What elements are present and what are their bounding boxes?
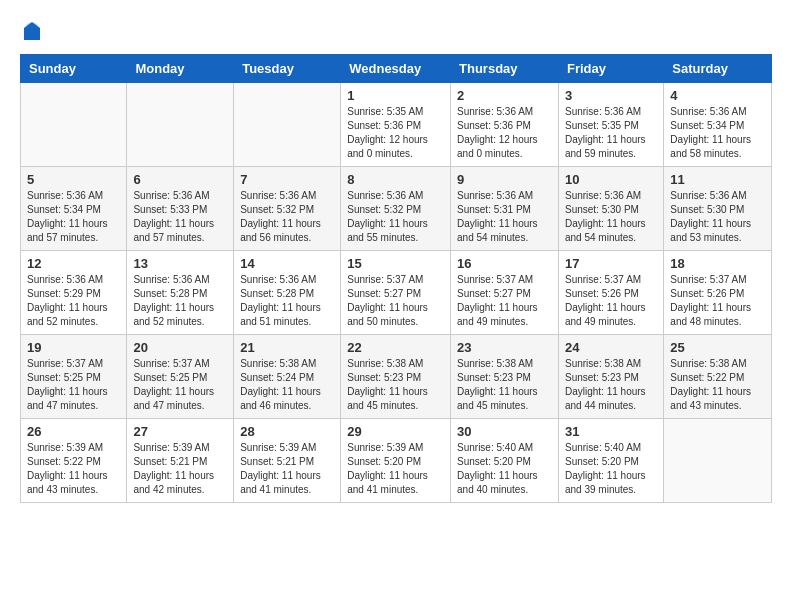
calendar-cell: 18Sunrise: 5:37 AM Sunset: 5:26 PM Dayli… (664, 251, 772, 335)
calendar-cell: 25Sunrise: 5:38 AM Sunset: 5:22 PM Dayli… (664, 335, 772, 419)
day-info: Sunrise: 5:36 AM Sunset: 5:28 PM Dayligh… (133, 273, 227, 329)
calendar-cell: 6Sunrise: 5:36 AM Sunset: 5:33 PM Daylig… (127, 167, 234, 251)
calendar-cell: 31Sunrise: 5:40 AM Sunset: 5:20 PM Dayli… (558, 419, 663, 503)
day-info: Sunrise: 5:38 AM Sunset: 5:23 PM Dayligh… (565, 357, 657, 413)
day-info: Sunrise: 5:37 AM Sunset: 5:25 PM Dayligh… (133, 357, 227, 413)
day-number: 28 (240, 424, 334, 439)
calendar-week-row: 1Sunrise: 5:35 AM Sunset: 5:36 PM Daylig… (21, 83, 772, 167)
day-info: Sunrise: 5:36 AM Sunset: 5:32 PM Dayligh… (347, 189, 444, 245)
day-number: 6 (133, 172, 227, 187)
day-number: 10 (565, 172, 657, 187)
weekday-header-wednesday: Wednesday (341, 55, 451, 83)
day-number: 27 (133, 424, 227, 439)
calendar-cell: 12Sunrise: 5:36 AM Sunset: 5:29 PM Dayli… (21, 251, 127, 335)
day-number: 26 (27, 424, 120, 439)
day-number: 8 (347, 172, 444, 187)
day-number: 4 (670, 88, 765, 103)
day-info: Sunrise: 5:37 AM Sunset: 5:27 PM Dayligh… (457, 273, 552, 329)
calendar-cell: 10Sunrise: 5:36 AM Sunset: 5:30 PM Dayli… (558, 167, 663, 251)
day-info: Sunrise: 5:37 AM Sunset: 5:26 PM Dayligh… (565, 273, 657, 329)
day-info: Sunrise: 5:37 AM Sunset: 5:27 PM Dayligh… (347, 273, 444, 329)
day-info: Sunrise: 5:37 AM Sunset: 5:25 PM Dayligh… (27, 357, 120, 413)
weekday-header-thursday: Thursday (451, 55, 559, 83)
day-info: Sunrise: 5:38 AM Sunset: 5:22 PM Dayligh… (670, 357, 765, 413)
calendar-cell: 17Sunrise: 5:37 AM Sunset: 5:26 PM Dayli… (558, 251, 663, 335)
day-info: Sunrise: 5:36 AM Sunset: 5:28 PM Dayligh… (240, 273, 334, 329)
calendar-cell: 20Sunrise: 5:37 AM Sunset: 5:25 PM Dayli… (127, 335, 234, 419)
day-number: 5 (27, 172, 120, 187)
page-header (20, 20, 772, 44)
day-info: Sunrise: 5:38 AM Sunset: 5:23 PM Dayligh… (347, 357, 444, 413)
calendar-cell: 26Sunrise: 5:39 AM Sunset: 5:22 PM Dayli… (21, 419, 127, 503)
day-info: Sunrise: 5:39 AM Sunset: 5:21 PM Dayligh… (133, 441, 227, 497)
day-info: Sunrise: 5:37 AM Sunset: 5:26 PM Dayligh… (670, 273, 765, 329)
weekday-header-sunday: Sunday (21, 55, 127, 83)
calendar-cell: 1Sunrise: 5:35 AM Sunset: 5:36 PM Daylig… (341, 83, 451, 167)
day-info: Sunrise: 5:36 AM Sunset: 5:30 PM Dayligh… (565, 189, 657, 245)
weekday-header-friday: Friday (558, 55, 663, 83)
day-number: 17 (565, 256, 657, 271)
day-number: 16 (457, 256, 552, 271)
day-number: 29 (347, 424, 444, 439)
calendar-cell: 30Sunrise: 5:40 AM Sunset: 5:20 PM Dayli… (451, 419, 559, 503)
day-info: Sunrise: 5:36 AM Sunset: 5:32 PM Dayligh… (240, 189, 334, 245)
day-number: 23 (457, 340, 552, 355)
calendar-cell: 21Sunrise: 5:38 AM Sunset: 5:24 PM Dayli… (234, 335, 341, 419)
calendar-cell: 24Sunrise: 5:38 AM Sunset: 5:23 PM Dayli… (558, 335, 663, 419)
day-number: 15 (347, 256, 444, 271)
day-number: 2 (457, 88, 552, 103)
day-number: 1 (347, 88, 444, 103)
calendar-cell: 11Sunrise: 5:36 AM Sunset: 5:30 PM Dayli… (664, 167, 772, 251)
day-number: 20 (133, 340, 227, 355)
calendar-cell: 3Sunrise: 5:36 AM Sunset: 5:35 PM Daylig… (558, 83, 663, 167)
calendar-week-row: 12Sunrise: 5:36 AM Sunset: 5:29 PM Dayli… (21, 251, 772, 335)
day-info: Sunrise: 5:38 AM Sunset: 5:23 PM Dayligh… (457, 357, 552, 413)
day-number: 24 (565, 340, 657, 355)
calendar-cell: 15Sunrise: 5:37 AM Sunset: 5:27 PM Dayli… (341, 251, 451, 335)
calendar-cell (664, 419, 772, 503)
calendar-cell: 9Sunrise: 5:36 AM Sunset: 5:31 PM Daylig… (451, 167, 559, 251)
calendar-cell: 29Sunrise: 5:39 AM Sunset: 5:20 PM Dayli… (341, 419, 451, 503)
calendar-cell: 23Sunrise: 5:38 AM Sunset: 5:23 PM Dayli… (451, 335, 559, 419)
day-number: 13 (133, 256, 227, 271)
calendar-cell: 28Sunrise: 5:39 AM Sunset: 5:21 PM Dayli… (234, 419, 341, 503)
day-info: Sunrise: 5:36 AM Sunset: 5:30 PM Dayligh… (670, 189, 765, 245)
day-info: Sunrise: 5:36 AM Sunset: 5:36 PM Dayligh… (457, 105, 552, 161)
weekday-header-tuesday: Tuesday (234, 55, 341, 83)
day-info: Sunrise: 5:40 AM Sunset: 5:20 PM Dayligh… (565, 441, 657, 497)
day-number: 18 (670, 256, 765, 271)
calendar-cell: 14Sunrise: 5:36 AM Sunset: 5:28 PM Dayli… (234, 251, 341, 335)
day-info: Sunrise: 5:40 AM Sunset: 5:20 PM Dayligh… (457, 441, 552, 497)
weekday-header-row: SundayMondayTuesdayWednesdayThursdayFrid… (21, 55, 772, 83)
calendar-cell: 8Sunrise: 5:36 AM Sunset: 5:32 PM Daylig… (341, 167, 451, 251)
day-info: Sunrise: 5:36 AM Sunset: 5:29 PM Dayligh… (27, 273, 120, 329)
day-number: 11 (670, 172, 765, 187)
day-info: Sunrise: 5:39 AM Sunset: 5:20 PM Dayligh… (347, 441, 444, 497)
day-info: Sunrise: 5:38 AM Sunset: 5:24 PM Dayligh… (240, 357, 334, 413)
calendar-week-row: 5Sunrise: 5:36 AM Sunset: 5:34 PM Daylig… (21, 167, 772, 251)
calendar-cell: 13Sunrise: 5:36 AM Sunset: 5:28 PM Dayli… (127, 251, 234, 335)
day-info: Sunrise: 5:35 AM Sunset: 5:36 PM Dayligh… (347, 105, 444, 161)
day-number: 25 (670, 340, 765, 355)
day-number: 12 (27, 256, 120, 271)
day-number: 14 (240, 256, 334, 271)
calendar-cell: 22Sunrise: 5:38 AM Sunset: 5:23 PM Dayli… (341, 335, 451, 419)
calendar-cell (21, 83, 127, 167)
calendar-week-row: 26Sunrise: 5:39 AM Sunset: 5:22 PM Dayli… (21, 419, 772, 503)
day-info: Sunrise: 5:39 AM Sunset: 5:22 PM Dayligh… (27, 441, 120, 497)
day-info: Sunrise: 5:36 AM Sunset: 5:35 PM Dayligh… (565, 105, 657, 161)
calendar-cell: 7Sunrise: 5:36 AM Sunset: 5:32 PM Daylig… (234, 167, 341, 251)
day-info: Sunrise: 5:36 AM Sunset: 5:31 PM Dayligh… (457, 189, 552, 245)
calendar-cell (127, 83, 234, 167)
calendar-cell (234, 83, 341, 167)
day-info: Sunrise: 5:36 AM Sunset: 5:34 PM Dayligh… (670, 105, 765, 161)
calendar-cell: 2Sunrise: 5:36 AM Sunset: 5:36 PM Daylig… (451, 83, 559, 167)
day-number: 21 (240, 340, 334, 355)
calendar-cell: 19Sunrise: 5:37 AM Sunset: 5:25 PM Dayli… (21, 335, 127, 419)
weekday-header-monday: Monday (127, 55, 234, 83)
day-number: 19 (27, 340, 120, 355)
weekday-header-saturday: Saturday (664, 55, 772, 83)
logo (20, 20, 48, 44)
calendar-cell: 5Sunrise: 5:36 AM Sunset: 5:34 PM Daylig… (21, 167, 127, 251)
calendar-cell: 4Sunrise: 5:36 AM Sunset: 5:34 PM Daylig… (664, 83, 772, 167)
